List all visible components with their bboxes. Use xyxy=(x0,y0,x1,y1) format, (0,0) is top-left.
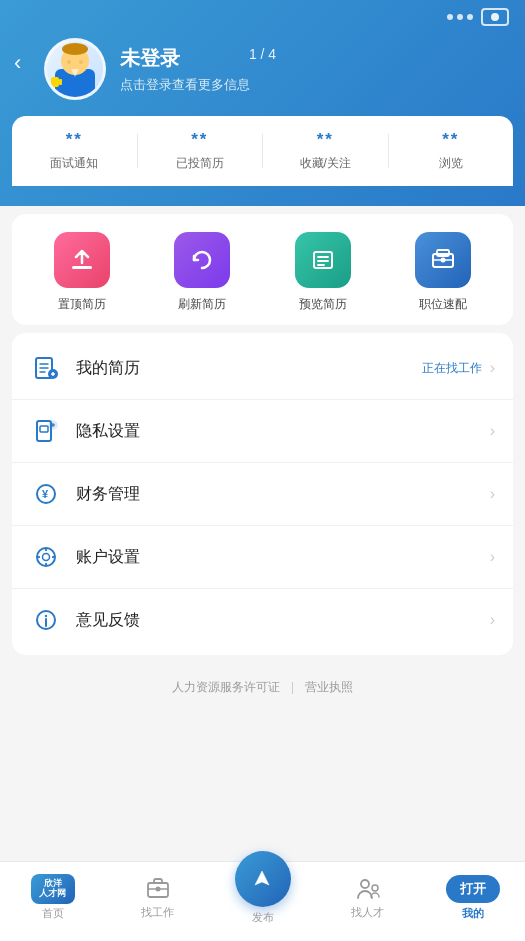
svg-point-38 xyxy=(45,615,47,617)
home-logo-box: 欣洋人才网 xyxy=(31,874,75,904)
account-settings-label: 账户设置 xyxy=(76,547,490,568)
nav-publish-label: 发布 xyxy=(252,910,274,925)
status-dot-3 xyxy=(467,14,473,20)
privacy-settings-label: 隐私设置 xyxy=(76,421,490,442)
preview-resume-icon xyxy=(295,232,351,288)
avatar[interactable] xyxy=(44,38,106,100)
menu-feedback[interactable]: 意见反馈 › xyxy=(12,589,513,651)
stat-applied[interactable]: ** 已投简历 xyxy=(138,130,263,172)
my-resume-arrow: › xyxy=(490,359,495,377)
stat-browse[interactable]: ** 浏览 xyxy=(389,130,514,172)
menu-my-resume[interactable]: 我的简历 正在找工作 › xyxy=(12,337,513,400)
finance-management-arrow: › xyxy=(490,485,495,503)
business-license-link[interactable]: 营业执照 xyxy=(305,680,353,694)
finance-management-label: 财务管理 xyxy=(76,484,490,505)
svg-text:¥: ¥ xyxy=(42,488,49,500)
svg-point-2 xyxy=(62,43,88,55)
svg-rect-25 xyxy=(40,426,48,432)
page-indicator: 1 / 4 xyxy=(249,46,276,62)
menu-finance-management[interactable]: ¥ 财务管理 › xyxy=(12,463,513,526)
header-background: ‹ 1 / 4 未登录 点击登录查 xyxy=(0,0,525,206)
feedback-icon xyxy=(30,604,62,636)
menu-account-settings[interactable]: 账户设置 › xyxy=(12,526,513,589)
svg-point-44 xyxy=(372,885,378,891)
menu-privacy-settings[interactable]: 隐私设置 › xyxy=(12,400,513,463)
user-section[interactable]: 未登录 点击登录查看更多信息 xyxy=(0,30,525,116)
quick-preview-resume[interactable]: 预览简历 xyxy=(295,232,351,313)
nav-publish[interactable]: 发布 xyxy=(210,851,315,929)
job-match-label: 职位速配 xyxy=(419,296,467,313)
nav-mine[interactable]: 打开 我的 xyxy=(420,875,525,929)
status-bar xyxy=(0,0,525,30)
status-dots xyxy=(447,14,473,20)
nav-find-talent[interactable]: 找人才 xyxy=(315,876,420,928)
quick-job-match[interactable]: 职位速配 xyxy=(415,232,471,313)
finance-management-icon: ¥ xyxy=(30,478,62,510)
quick-grid: 置顶简历 刷新简历 预览简历 xyxy=(22,232,503,313)
find-job-icon xyxy=(145,876,171,902)
privacy-settings-icon xyxy=(30,415,62,447)
menu-section: 我的简历 正在找工作 › 隐私设置 › ¥ 财务管理 › xyxy=(12,333,513,655)
footer-links: 人力资源服务许可证 | 营业执照 xyxy=(0,663,525,712)
my-resume-icon xyxy=(30,352,62,384)
camera-icon xyxy=(481,8,509,26)
find-talent-icon xyxy=(355,876,381,902)
footer-divider: | xyxy=(291,680,294,694)
nav-find-job[interactable]: 找工作 xyxy=(105,876,210,928)
feedback-arrow: › xyxy=(490,611,495,629)
preview-resume-label: 预览简历 xyxy=(299,296,347,313)
stat-saved-label: 收藏/关注 xyxy=(300,155,351,172)
privacy-settings-arrow: › xyxy=(490,422,495,440)
nav-home-label: 首页 xyxy=(42,906,64,921)
refresh-resume-label: 刷新简历 xyxy=(178,296,226,313)
quick-actions-section: 置顶简历 刷新简历 预览简历 xyxy=(12,214,513,325)
svg-rect-7 xyxy=(59,79,62,85)
home-logo-text: 欣洋人才网 xyxy=(39,879,66,899)
stat-browse-value: ** xyxy=(442,130,459,150)
stat-interview-label: 面试通知 xyxy=(50,155,98,172)
account-settings-arrow: › xyxy=(490,548,495,566)
job-match-icon xyxy=(415,232,471,288)
publish-button[interactable] xyxy=(235,851,291,907)
top-resume-label: 置顶简历 xyxy=(58,296,106,313)
account-settings-icon xyxy=(30,541,62,573)
feedback-label: 意见反馈 xyxy=(76,610,490,631)
svg-point-4 xyxy=(79,60,83,64)
stat-saved-value: ** xyxy=(317,130,334,150)
user-subtitle: 点击登录查看更多信息 xyxy=(120,76,505,94)
quick-top-resume[interactable]: 置顶简历 xyxy=(54,232,110,313)
back-button[interactable]: ‹ xyxy=(14,50,21,76)
license-link[interactable]: 人力资源服务许可证 xyxy=(172,680,280,694)
bottom-nav: 欣洋人才网 首页 找工作 发布 xyxy=(0,861,525,941)
status-dot-2 xyxy=(457,14,463,20)
user-name: 未登录 xyxy=(120,45,505,72)
nav-find-talent-label: 找人才 xyxy=(351,905,384,920)
status-dot-1 xyxy=(447,14,453,20)
stat-saved[interactable]: ** 收藏/关注 xyxy=(263,130,388,172)
svg-point-3 xyxy=(67,60,71,64)
stat-applied-label: 已投简历 xyxy=(176,155,224,172)
stat-interview[interactable]: ** 面试通知 xyxy=(12,130,137,172)
nav-find-job-label: 找工作 xyxy=(141,905,174,920)
svg-point-32 xyxy=(43,554,50,561)
svg-point-43 xyxy=(361,880,369,888)
open-button[interactable]: 打开 xyxy=(446,875,500,903)
svg-rect-6 xyxy=(51,77,59,87)
nav-mine-label: 我的 xyxy=(462,906,484,921)
svg-point-16 xyxy=(440,258,445,263)
stat-browse-label: 浏览 xyxy=(439,155,463,172)
svg-point-42 xyxy=(155,886,160,891)
stat-applied-value: ** xyxy=(191,130,208,150)
stat-interview-value: ** xyxy=(66,130,83,150)
refresh-resume-icon xyxy=(174,232,230,288)
my-resume-badge: 正在找工作 xyxy=(422,360,482,377)
top-resume-icon xyxy=(54,232,110,288)
my-resume-label: 我的简历 xyxy=(76,358,422,379)
nav-home[interactable]: 欣洋人才网 首页 xyxy=(0,874,105,929)
stats-row: ** 面试通知 ** 已投简历 ** 收藏/关注 ** 浏览 xyxy=(12,116,513,186)
user-info: 未登录 点击登录查看更多信息 xyxy=(120,45,505,94)
svg-rect-8 xyxy=(72,266,92,269)
quick-refresh-resume[interactable]: 刷新简历 xyxy=(174,232,230,313)
